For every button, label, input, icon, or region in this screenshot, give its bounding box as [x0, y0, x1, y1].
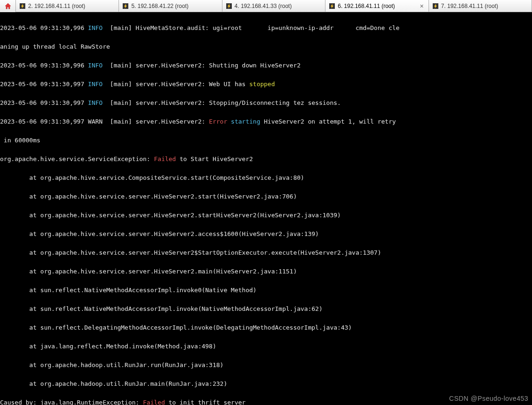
stack-line: at org.apache.hive.service.server.HiveSe… — [0, 212, 341, 219]
log-keyword: stopped — [249, 81, 275, 88]
log-ts: 2023-05-06 09:31:30,996 — [0, 24, 88, 31]
tab-5-label: 5. 192.168.41.22 (root) — [131, 3, 218, 9]
tab-bar: 2. 192.168.41.11 (root) 5. 192.168.41.22… — [0, 0, 532, 12]
log-text: [main] server.HiveServer2: Stopping/Disc… — [103, 99, 341, 106]
stack-line: at org.apache.hadoop.util.RunJar.main(Ru… — [0, 380, 227, 387]
tab-2-label: 2. 192.168.41.11 (root) — [28, 3, 115, 9]
log-keyword-error: Failed — [143, 399, 165, 405]
bolt-icon — [123, 3, 128, 9]
stack-line: at org.apache.hive.service.server.HiveSe… — [0, 230, 319, 237]
terminal-output[interactable]: 2023-05-06 09:31:30,996 INFO [main] Hive… — [0, 12, 532, 405]
log-text: to Start HiveServer2 — [176, 155, 253, 162]
stack-line: at java.lang.reflect.Method.invoke(Metho… — [0, 343, 216, 350]
tab-6[interactable]: 6. 192.168.41.11 (root) × — [325, 0, 429, 12]
log-text: [main] HiveMetaStore.audit: ugi=root ip=… — [103, 24, 399, 31]
bolt-icon — [329, 3, 335, 9]
log-level-info: INFO — [88, 81, 103, 88]
log-text: aning up thread local RawStore — [0, 43, 110, 50]
close-icon[interactable]: × — [419, 3, 424, 9]
stack-line: at org.apache.hive.service.server.HiveSe… — [0, 268, 297, 275]
home-tab[interactable] — [0, 0, 16, 12]
stack-line: at sun.reflect.NativeMethodAccessorImpl.… — [0, 305, 323, 312]
log-ts: 2023-05-06 09:31:30,997 — [0, 81, 88, 88]
tab-4[interactable]: 4. 192.168.41.33 (root) — [222, 0, 325, 12]
stack-line: at sun.reflect.NativeMethodAccessorImpl.… — [0, 287, 257, 294]
stack-line: at sun.reflect.DelegatingMethodAccessorI… — [0, 324, 352, 331]
log-text: HiveServer2 on attempt 1, will retry — [260, 118, 396, 125]
log-text: 2023-05-06 09:31:30,997 WARN [main] serv… — [0, 118, 209, 125]
stack-line: at org.apache.hive.service.server.HiveSe… — [0, 193, 297, 200]
log-keyword-error: Failed — [154, 155, 176, 162]
log-text: [main] server.HiveServer2: Web UI has — [103, 81, 249, 88]
log-ts: 2023-05-06 09:31:30,997 — [0, 99, 88, 106]
log-level-info: INFO — [88, 62, 103, 69]
watermark: CSDN @Pseudo-love453 — [449, 394, 528, 403]
tab-4-label: 4. 192.168.41.33 (root) — [235, 3, 321, 9]
log-keyword: starting — [231, 118, 260, 125]
log-text: org.apache.hive.service.ServiceException… — [0, 155, 154, 162]
tab-5[interactable]: 5. 192.168.41.22 (root) — [119, 0, 222, 12]
bolt-icon — [20, 3, 25, 9]
log-level-info: INFO — [88, 99, 103, 106]
log-text: to init thrift server — [165, 399, 245, 405]
tab-2[interactable]: 2. 192.168.41.11 (root) — [16, 0, 119, 12]
log-level-info: INFO — [88, 24, 103, 31]
log-ts: 2023-05-06 09:31:30,996 — [0, 62, 88, 69]
home-icon — [4, 2, 12, 10]
bolt-icon — [433, 3, 438, 9]
stack-line: at org.apache.hive.service.CompositeServ… — [0, 174, 304, 181]
log-text: in 60000ms — [0, 137, 40, 144]
stack-line: at org.apache.hadoop.util.RunJar.run(Run… — [0, 361, 223, 368]
stack-line: at org.apache.hive.service.server.HiveSe… — [0, 249, 381, 256]
bolt-icon — [226, 3, 232, 9]
log-text — [227, 118, 231, 125]
caused-by: Caused by: java.lang.RuntimeException: — [0, 399, 143, 405]
tab-6-label: 6. 192.168.41.11 (root) — [338, 3, 416, 9]
tab-7-label: 7. 192.168.41.11 (root) — [441, 3, 528, 9]
log-keyword-error: Error — [209, 118, 227, 125]
log-text: [main] server.HiveServer2: Shutting down… — [103, 62, 301, 69]
tab-7[interactable]: 7. 192.168.41.11 (root) — [429, 0, 532, 12]
